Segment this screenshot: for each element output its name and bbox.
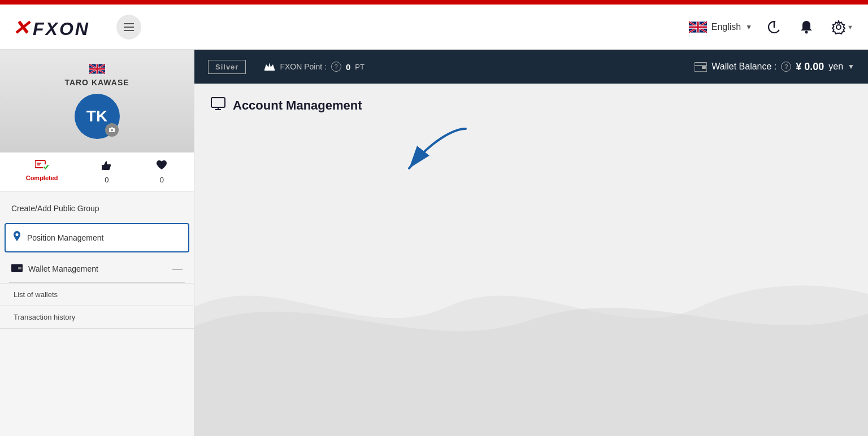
svg-rect-23 (702, 66, 706, 69)
likes-value: 0 (101, 176, 113, 184)
profile-name: TARO KAWASE (9, 78, 185, 87)
fxon-point-unit: PT (355, 63, 364, 71)
fxon-point-help[interactable]: ? (331, 62, 341, 72)
page-content: Account Management (194, 84, 868, 436)
monitor-icon (210, 97, 226, 111)
svg-point-6 (836, 25, 841, 29)
profile-flag (9, 61, 185, 76)
header-right: English ▼ ▼ (689, 16, 857, 38)
camera-badge[interactable] (105, 123, 119, 137)
wallet-svg (11, 263, 23, 272)
id-card-check-icon (35, 159, 49, 171)
nav-sub-item-transaction-history[interactable]: Transaction history (0, 306, 194, 329)
hamburger-button[interactable] (116, 15, 141, 40)
wallet-balance-icon (695, 62, 707, 72)
heart-icon (155, 159, 168, 175)
gear-button[interactable]: ▼ (828, 16, 857, 38)
profile-stats: Completed 0 0 (0, 152, 194, 191)
profile-uk-flag-icon (89, 64, 105, 74)
create-public-group-label: Create/Add Public Group (11, 204, 99, 213)
hearts-value: 0 (155, 176, 168, 184)
avatar-initials: TK (86, 107, 107, 125)
nav-item-create-public-group[interactable]: Create/Add Public Group (0, 196, 194, 221)
arrow-annotation (375, 117, 477, 197)
svg-point-5 (805, 30, 808, 33)
gear-icon (831, 20, 846, 34)
main-layout: TARO KAWASE TK (0, 50, 868, 436)
wave-svg (194, 242, 868, 436)
wallet-unit: yen (828, 62, 843, 72)
svg-rect-20 (264, 69, 275, 71)
wallet-section-left: Wallet Management (11, 263, 98, 274)
wallet-chevron[interactable]: ▼ (848, 63, 854, 71)
language-label: English (711, 22, 741, 32)
wallet-balance-item: Wallet Balance : ? ¥ 0.00 yen ▼ (695, 61, 854, 73)
content-area: Silver FXON Point : ? 0 PT Wallet Balanc… (194, 50, 868, 436)
fxon-point-label: FXON Point : (280, 62, 326, 71)
svg-rect-15 (102, 165, 104, 170)
wallet-balance-label: Wallet Balance : (711, 62, 776, 72)
silver-badge: Silver (208, 60, 246, 74)
list-of-wallets-label: List of wallets (14, 290, 58, 299)
svg-rect-10 (111, 128, 113, 129)
svg-point-9 (111, 129, 113, 132)
hamburger-line (124, 27, 134, 28)
svg-rect-24 (211, 98, 225, 107)
uk-flag-icon (689, 21, 707, 33)
wallet-amount: ¥ 0.00 (796, 61, 824, 73)
hamburger-line (124, 30, 134, 31)
stat-hearts: 0 (155, 159, 168, 184)
svg-rect-19 (18, 267, 21, 269)
completed-label: Completed (26, 175, 58, 181)
sidebar: TARO KAWASE TK (0, 50, 194, 436)
crown-icon (264, 62, 275, 72)
bell-button[interactable] (796, 16, 817, 38)
wave-decoration (194, 242, 868, 436)
nav-section-wallet-management[interactable]: Wallet Management — (0, 255, 194, 282)
svg-point-16 (16, 233, 19, 236)
svg-text:FXON: FXON (33, 19, 90, 39)
position-management-label: Position Management (27, 233, 103, 242)
fxon-point-value: 0 (346, 62, 350, 72)
fxon-point-item: FXON Point : ? 0 PT (264, 62, 364, 72)
wallet-balance-help[interactable]: ? (781, 62, 791, 72)
power-button[interactable] (763, 16, 785, 38)
hamburger-line (124, 23, 134, 24)
logo-svg: ✕ FXON (11, 15, 107, 40)
page-title-icon (210, 97, 226, 114)
page-title: Account Management (233, 98, 362, 113)
wallet-management-label: Wallet Management (28, 264, 98, 273)
bell-icon (800, 20, 813, 34)
completed-icon (26, 159, 58, 173)
avatar-container: TK (75, 94, 120, 139)
stat-completed: Completed (26, 159, 58, 184)
svg-rect-22 (695, 63, 707, 66)
wallet-icon (11, 263, 23, 274)
logo: ✕ FXON (11, 15, 107, 40)
header-left: ✕ FXON (11, 15, 141, 40)
top-red-bar (0, 0, 868, 5)
page-header: Account Management (194, 84, 868, 128)
thumbs-up-svg (101, 159, 113, 172)
position-management-icon (12, 231, 21, 245)
pin-icon (12, 231, 21, 242)
stat-likes: 0 (101, 159, 113, 184)
heart-svg (155, 159, 168, 172)
thumbs-up-icon (101, 159, 113, 175)
nav-item-position-management[interactable]: Position Management (5, 223, 189, 252)
info-bar: Silver FXON Point : ? 0 PT Wallet Balanc… (194, 50, 868, 84)
power-icon (767, 20, 782, 34)
transaction-history-label: Transaction history (14, 313, 75, 321)
language-chevron: ▼ (745, 23, 752, 31)
nav-sub-item-list-of-wallets[interactable]: List of wallets (0, 283, 194, 306)
svg-text:✕: ✕ (12, 16, 31, 40)
svg-rect-18 (11, 264, 23, 267)
wallet-collapse-icon: — (172, 263, 183, 274)
camera-icon (108, 127, 115, 133)
language-selector[interactable]: English ▼ (689, 21, 752, 33)
sidebar-profile: TARO KAWASE TK (0, 50, 194, 152)
gear-chevron: ▼ (847, 24, 853, 30)
header: ✕ FXON English ▼ (0, 5, 868, 50)
sidebar-nav: Create/Add Public Group Position Managem… (0, 191, 194, 333)
